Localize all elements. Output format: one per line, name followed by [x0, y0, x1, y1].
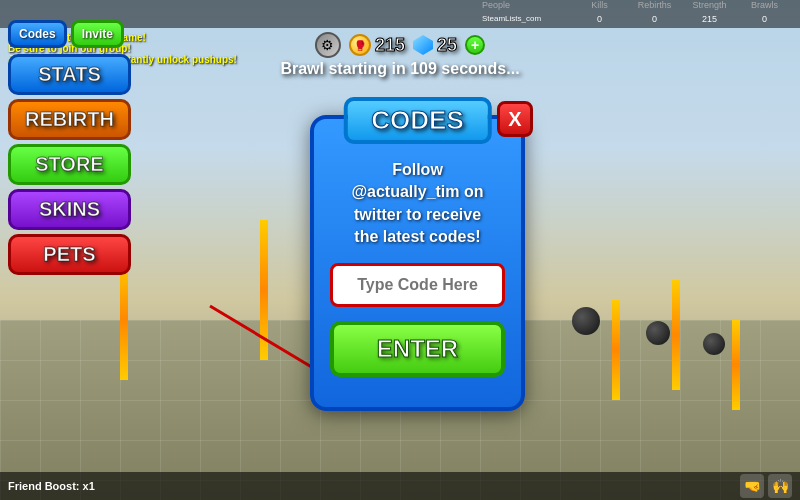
gold-currency: 🥊 215: [349, 34, 405, 56]
pole-4: [672, 280, 680, 390]
ball-2: [646, 321, 670, 345]
pole-1: [120, 260, 128, 380]
gem-currency: 25: [413, 35, 457, 56]
codes-small-button[interactable]: Codes: [8, 20, 67, 48]
code-input[interactable]: [335, 268, 500, 302]
gem-value: 25: [437, 35, 457, 56]
gold-icon: 🥊: [349, 34, 371, 56]
pole-3: [612, 300, 620, 400]
bottom-bar: Friend Boost: x1 🤜 🙌: [0, 472, 800, 500]
sidebar-item-pets[interactable]: PETS: [8, 234, 131, 275]
close-modal-button[interactable]: X: [497, 101, 533, 137]
sidebar-item-stats[interactable]: STATS: [8, 54, 131, 95]
ball-3: [703, 333, 725, 355]
modal-description: Follow@actually_tim ontwitter to receive…: [330, 159, 505, 249]
bottom-icon-2[interactable]: 🙌: [768, 474, 792, 498]
sidebar-top-row: Codes Invite: [8, 20, 131, 48]
stats-table-row: SteamLists_com 0 0 215 0: [482, 14, 792, 24]
player-rebirths: 0: [627, 14, 682, 24]
friend-boost-label: Friend Boost: x1: [8, 480, 95, 492]
pole-5: [732, 320, 740, 410]
col-kills: Kills: [572, 0, 627, 10]
player-name: SteamLists_com: [482, 14, 572, 24]
player-brawls: 0: [737, 14, 792, 24]
enter-code-button[interactable]: ENTER: [330, 321, 505, 377]
code-input-container: [330, 263, 505, 307]
modal-body: Follow@actually_tim ontwitter to receive…: [314, 149, 521, 387]
sidebar-item-rebirth[interactable]: REBIRTH: [8, 99, 131, 140]
player-kills: 0: [572, 14, 627, 24]
settings-icon[interactable]: ⚙: [315, 32, 341, 58]
add-currency-button[interactable]: +: [465, 35, 485, 55]
invite-button[interactable]: Invite: [71, 20, 124, 48]
currency-bar: ⚙ 🥊 215 25 +: [303, 28, 497, 62]
col-people: People: [482, 0, 572, 10]
sidebar-item-store[interactable]: STORE: [8, 144, 131, 185]
codes-modal: CODES X Follow@actually_tim ontwitter to…: [310, 115, 525, 411]
sidebar-item-skins[interactable]: SKINS: [8, 189, 131, 230]
pole-2: [260, 220, 268, 360]
col-rebirths: Rebirths: [627, 0, 682, 10]
codes-modal-title: CODES: [343, 97, 491, 144]
col-strength: Strength: [682, 0, 737, 10]
bottom-icon-1[interactable]: 🤜: [740, 474, 764, 498]
gem-icon: [413, 35, 433, 55]
player-strength: 215: [682, 14, 737, 24]
gold-value: 215: [375, 35, 405, 56]
brawl-timer: Brawl starting in 109 seconds...: [280, 60, 519, 78]
left-sidebar: Codes Invite STATS REBIRTH STORE SKINS P…: [8, 20, 131, 275]
bottom-icons: 🤜 🙌: [740, 474, 792, 498]
ball-1: [572, 307, 600, 335]
col-brawls: Brawls: [737, 0, 792, 10]
stats-table-header: People Kills Rebirths Strength Brawls: [482, 0, 792, 10]
